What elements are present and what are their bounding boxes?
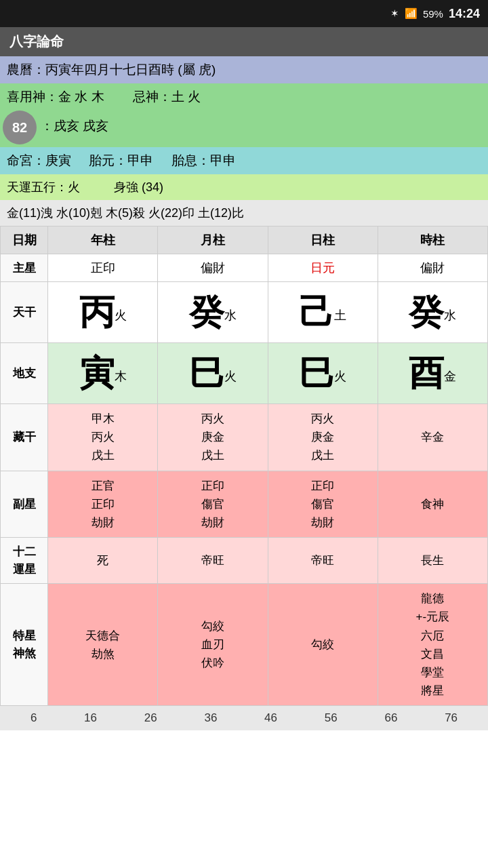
special-year: 天德合劫煞	[48, 584, 158, 706]
minggong-text: 命宮：庚寅	[7, 153, 71, 167]
canggan-row: 藏干 甲木丙火戊土 丙火庚金戊土 丙火庚金戊土 辛金	[1, 404, 488, 471]
special-label: 特星神煞	[1, 584, 48, 706]
zhuxing-label: 主星	[1, 254, 48, 282]
dizhi-day-big: 巳	[299, 353, 334, 393]
tiangan-hour: 癸水	[378, 282, 487, 343]
zhuxing-row: 主星 正印 偏財 日元 偏財	[1, 254, 488, 282]
tiangan-hour-big: 癸	[409, 292, 444, 332]
tiangan-month: 癸水	[158, 282, 268, 343]
special-hour: 龍德+-元辰六厄文昌學堂將星	[378, 584, 487, 706]
num-46: 46	[264, 711, 277, 725]
dizhi-hour-small: 金	[444, 370, 456, 383]
num-66: 66	[384, 711, 397, 725]
minggong-row: 命宮：庚寅 胎元：甲申 胎息：甲申	[0, 147, 488, 174]
taixi-text: 胎息：甲申	[171, 153, 236, 167]
num-76: 76	[445, 711, 458, 725]
dizhi-year-big: 寅	[79, 353, 115, 393]
table-header-row: 日期 年柱 月柱 日柱 時柱	[1, 226, 488, 254]
special-row: 特星神煞 天德合劫煞 勾絞血刃伏吟 勾絞 龍德+-元辰六厄文昌學堂將星	[1, 584, 488, 706]
canggan-day: 丙火庚金戊土	[268, 404, 378, 471]
dizhi-hour: 酉金	[378, 343, 487, 404]
num-36: 36	[204, 711, 217, 725]
wuxing-text: 金(11)洩 水(10)剋 木(5)殺 火(22)印 土(12)比	[7, 205, 244, 221]
tianyun-row: 天運五行：火 身強 (34)	[0, 174, 488, 200]
tianyun-text: 天運五行：火	[7, 180, 80, 194]
num-16: 16	[84, 711, 97, 725]
fuxing-label: 副星	[1, 471, 48, 538]
dizhi-row: 地支 寅木 巳火 巳火 酉金	[1, 343, 488, 404]
dizhi-year-small: 木	[115, 370, 127, 383]
wuxing-row: 金(11)洩 水(10)剋 木(5)殺 火(22)印 土(12)比	[0, 200, 488, 226]
zhuxing-hour: 偏財	[378, 254, 487, 282]
special-day: 勾絞	[268, 584, 378, 706]
title-bar: 八字論命	[0, 27, 488, 56]
tiangan-month-big: 癸	[189, 292, 224, 332]
dizhi-month-big: 巳	[189, 353, 224, 393]
twelve-label: 十二運星	[1, 538, 48, 584]
dizhi-year: 寅木	[48, 343, 158, 404]
twelve-month: 帝旺	[158, 538, 268, 584]
canggan-hour: 辛金	[378, 404, 487, 471]
twelve-year: 死	[48, 538, 158, 584]
dizhi-hour-big: 酉	[409, 353, 444, 393]
dizhi-month-small: 火	[224, 370, 237, 383]
tiangan-day-small: 土	[334, 309, 346, 322]
canggan-month: 丙火庚金戊土	[158, 404, 268, 471]
special-month: 勾絞血刃伏吟	[158, 584, 268, 706]
canggan-label: 藏干	[1, 404, 48, 471]
col-rizhu: 日柱	[268, 226, 378, 254]
score-badge: 82	[3, 111, 37, 144]
tiangan-day-big: 己	[299, 292, 334, 332]
tiangan-month-small: 水	[224, 309, 237, 322]
app-title: 八字論命	[9, 34, 64, 49]
tiangan-year: 丙火	[48, 282, 158, 343]
dizhi-month: 巳火	[158, 343, 268, 404]
fuxing-month: 正印傷官劫財	[158, 471, 268, 538]
num-6: 6	[30, 711, 37, 725]
status-bar: ✶ 📶 59% 14:24	[0, 0, 488, 27]
tiangan-day: 己土	[268, 282, 378, 343]
num-56: 56	[325, 711, 338, 725]
col-nianzhu: 年柱	[48, 226, 158, 254]
time-display: 14:24	[449, 7, 480, 21]
taiyuan-text: 胎元：甲申	[89, 153, 153, 167]
tiangan-year-small: 火	[115, 309, 127, 322]
tiangan-label: 天干	[1, 282, 48, 343]
twelve-day: 帝旺	[268, 538, 378, 584]
zhuxing-day: 日元	[268, 254, 378, 282]
zhuxing-month: 偏財	[158, 254, 268, 282]
col-riqi: 日期	[1, 226, 48, 254]
fuxing-day: 正印傷官劫財	[268, 471, 378, 538]
battery-text: 59%	[423, 8, 443, 20]
lunar-date-text: 農曆：丙寅年四月十七日酉時 (屬 虎)	[7, 62, 216, 77]
fuxing-row: 副星 正官正印劫財 正印傷官劫財 正印傷官劫財 食神	[1, 471, 488, 538]
dizhi-day: 巳火	[268, 343, 378, 404]
num-26: 26	[144, 711, 157, 725]
tiangan-hour-small: 水	[444, 309, 456, 322]
bluetooth-icon: ✶	[390, 7, 399, 20]
gods-row: 喜用神：金 水 木 忌神：土 火	[0, 83, 488, 111]
main-table: 日期 年柱 月柱 日柱 時柱 主星 正印 偏財 日元 偏財 天干 丙火 癸水 己…	[0, 226, 488, 706]
dizhi-label: 地支	[1, 343, 48, 404]
bottom-numbers-row: 6 16 26 36 46 56 66 76	[0, 706, 488, 730]
twelve-hour: 長生	[378, 538, 487, 584]
zhuxing-year: 正印	[48, 254, 158, 282]
avoid-gods-text: 忌神：土 火	[133, 90, 201, 104]
liunian-row: 82 ：戌亥 戌亥	[0, 111, 488, 147]
favorable-gods-text: 喜用神：金 水 木	[7, 90, 104, 104]
shenqiang-text: 身強 (34)	[114, 180, 163, 194]
col-shizhu: 時柱	[378, 226, 487, 254]
dizhi-day-small: 火	[334, 370, 346, 383]
liunian-text: ：戌亥 戌亥	[41, 119, 108, 133]
lunar-date-row: 農曆：丙寅年四月十七日酉時 (屬 虎)	[0, 56, 488, 83]
tiangan-row: 天干 丙火 癸水 己土 癸水	[1, 282, 488, 343]
twelve-row: 十二運星 死 帝旺 帝旺 長生	[1, 538, 488, 584]
col-yuezhu: 月柱	[158, 226, 268, 254]
signal-icon: 📶	[405, 7, 418, 20]
fuxing-year: 正官正印劫財	[48, 471, 158, 538]
fuxing-hour: 食神	[378, 471, 487, 538]
canggan-year: 甲木丙火戊土	[48, 404, 158, 471]
tiangan-year-big: 丙	[79, 292, 115, 332]
